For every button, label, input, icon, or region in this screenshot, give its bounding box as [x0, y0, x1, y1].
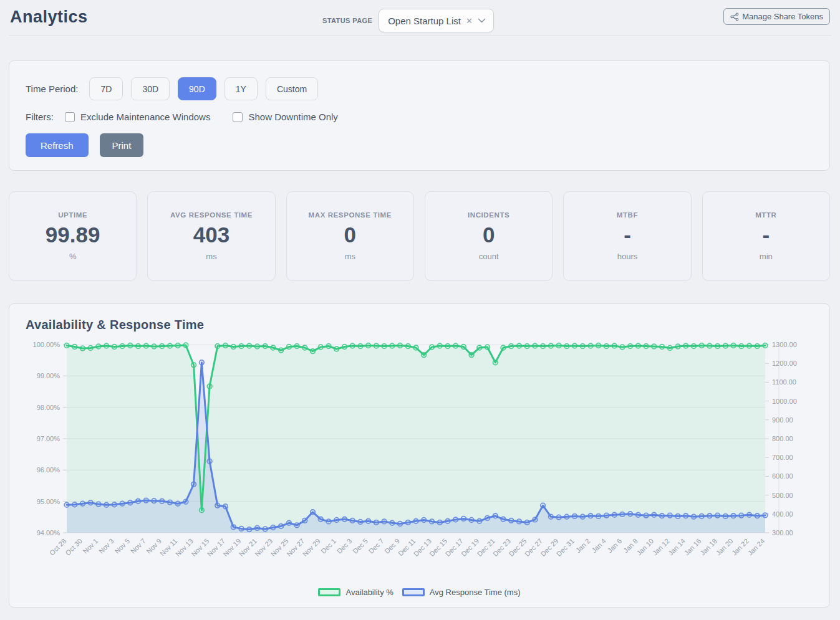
legend-item-1[interactable]: Avg Response Time (ms) — [402, 588, 521, 597]
checkbox-label: Show Downtime Only — [248, 112, 337, 122]
svg-text:99.00%: 99.00% — [37, 372, 60, 379]
stat-card-mttr: MTTR-min — [702, 191, 830, 281]
svg-text:1000.00: 1000.00 — [772, 398, 797, 405]
svg-text:Dec 7: Dec 7 — [367, 537, 385, 555]
stat-unit: min — [760, 252, 773, 261]
chart-title: Availability & Response Time — [26, 318, 813, 332]
svg-text:700.00: 700.00 — [772, 454, 793, 461]
manage-share-tokens-label: Manage Share Tokens — [742, 12, 823, 21]
stat-unit: count — [479, 252, 499, 261]
stat-unit: hours — [617, 252, 638, 261]
stat-card-mtbf: MTBF-hours — [563, 191, 691, 281]
stat-label: MAX RESPONSE TIME — [309, 211, 392, 219]
stat-card-avg-response-time: AVG RESPONSE TIME403ms — [147, 191, 275, 281]
legend-item-0[interactable]: Availability % — [318, 588, 393, 597]
actions-row: Refresh Print — [26, 133, 813, 157]
svg-text:300.00: 300.00 — [772, 529, 793, 537]
status-page-value: Open Startup List — [388, 16, 461, 26]
status-page-label: STATUS PAGE — [322, 17, 372, 24]
stat-label: MTTR — [755, 211, 776, 219]
status-page-dropdown[interactable]: Open Startup List ✕ — [379, 9, 494, 32]
stats-row: UPTIME99.89%AVG RESPONSE TIME403msMAX RE… — [9, 191, 830, 281]
time-period-button-custom[interactable]: Custom — [266, 77, 318, 100]
stat-label: INCIDENTS — [468, 211, 509, 219]
svg-text:1100.00: 1100.00 — [772, 378, 796, 386]
svg-text:Dec 1: Dec 1 — [319, 537, 337, 555]
svg-text:900.00: 900.00 — [772, 416, 793, 424]
chart-svg: 100.00%99.00%98.00%97.00%96.00%95.00%94.… — [26, 336, 813, 585]
stat-value: 403 — [193, 224, 229, 247]
svg-text:Jan 10: Jan 10 — [635, 537, 655, 557]
time-period-row: Time Period: 7D30D90D1YCustom — [26, 77, 813, 100]
svg-text:1300.00: 1300.00 — [772, 341, 797, 348]
filter-checkbox-1[interactable]: Show Downtime Only — [233, 112, 337, 122]
stat-card-incidents: INCIDENTS0count — [425, 191, 553, 281]
refresh-button[interactable]: Refresh — [26, 133, 89, 157]
stat-unit: ms — [345, 252, 355, 261]
svg-text:1200.00: 1200.00 — [772, 360, 797, 367]
svg-text:94.00%: 94.00% — [37, 529, 60, 537]
svg-text:Nov 29: Nov 29 — [301, 537, 322, 558]
svg-text:Dec 3: Dec 3 — [336, 537, 354, 555]
filter-panel: Time Period: 7D30D90D1YCustom Filters: E… — [9, 60, 830, 171]
svg-text:Dec 31: Dec 31 — [555, 537, 576, 558]
svg-text:400.00: 400.00 — [772, 510, 793, 518]
manage-share-tokens-button[interactable]: Manage Share Tokens — [723, 8, 830, 25]
stat-value: - — [762, 224, 770, 247]
stat-label: UPTIME — [58, 211, 87, 219]
stat-value: 99.89 — [46, 224, 100, 247]
svg-text:Nov 5: Nov 5 — [113, 537, 131, 555]
legend-swatch-icon — [318, 588, 340, 596]
time-period-button-30d[interactable]: 30D — [131, 77, 170, 100]
stat-unit: ms — [206, 252, 216, 261]
filters-label: Filters: — [26, 112, 54, 122]
time-period-button-group: 7D30D90D1YCustom — [89, 77, 326, 100]
checkbox-icon[interactable] — [233, 112, 243, 122]
availability-response-chart[interactable]: 100.00%99.00%98.00%97.00%96.00%95.00%94.… — [26, 336, 813, 588]
svg-text:Oct 30: Oct 30 — [64, 537, 84, 556]
chevron-down-icon — [478, 18, 486, 23]
svg-text:97.00%: 97.00% — [37, 435, 60, 442]
svg-text:Jan 20: Jan 20 — [715, 537, 735, 557]
top-bar: Analytics STATUS PAGE Open Startup List … — [0, 0, 840, 36]
checkbox-icon[interactable] — [65, 112, 75, 122]
stat-label: MTBF — [617, 211, 638, 219]
svg-text:Dec 5: Dec 5 — [351, 537, 369, 555]
analytics-page: Analytics STATUS PAGE Open Startup List … — [0, 0, 840, 620]
stat-card-max-response-time: MAX RESPONSE TIME0ms — [286, 191, 414, 281]
time-period-button-1y[interactable]: 1Y — [224, 77, 258, 100]
share-icon — [730, 12, 739, 21]
stat-card-uptime: UPTIME99.89% — [9, 191, 137, 281]
svg-text:Jan 14: Jan 14 — [667, 537, 687, 557]
svg-text:Jan 16: Jan 16 — [683, 537, 703, 557]
page-title: Analytics — [10, 7, 88, 27]
print-button[interactable]: Print — [100, 133, 144, 157]
status-page-selector: STATUS PAGE Open Startup List ✕ — [322, 9, 494, 32]
svg-text:95.00%: 95.00% — [37, 498, 60, 505]
filter-checkbox-group: Exclude Maintenance WindowsShow Downtime… — [65, 112, 360, 122]
svg-text:Jan 4: Jan 4 — [590, 537, 607, 555]
stat-value: 0 — [344, 224, 356, 247]
svg-text:Jan 2: Jan 2 — [574, 537, 592, 555]
svg-text:Jan 18: Jan 18 — [698, 537, 718, 557]
stat-value: 0 — [483, 224, 495, 247]
legend-label: Availability % — [345, 588, 393, 597]
svg-text:500.00: 500.00 — [772, 492, 793, 499]
time-period-label: Time Period: — [26, 83, 78, 94]
filter-checkbox-0[interactable]: Exclude Maintenance Windows — [65, 112, 210, 122]
stat-unit: % — [69, 252, 77, 261]
legend-label: Avg Response Time (ms) — [430, 588, 521, 597]
chart-legend: Availability %Avg Response Time (ms) — [26, 588, 813, 597]
checkbox-label: Exclude Maintenance Windows — [80, 112, 210, 122]
time-period-button-90d[interactable]: 90D — [178, 77, 216, 100]
svg-text:96.00%: 96.00% — [37, 466, 60, 474]
svg-text:Nov 1: Nov 1 — [81, 537, 99, 555]
svg-text:Nov 7: Nov 7 — [129, 537, 147, 555]
svg-text:600.00: 600.00 — [772, 472, 793, 480]
time-period-button-7d[interactable]: 7D — [89, 77, 123, 100]
stat-value: - — [624, 224, 631, 247]
svg-text:Nov 3: Nov 3 — [97, 537, 115, 555]
clear-selection-icon[interactable]: ✕ — [465, 16, 474, 26]
stat-label: AVG RESPONSE TIME — [170, 211, 253, 219]
filters-row: Filters: Exclude Maintenance WindowsShow… — [26, 112, 813, 122]
